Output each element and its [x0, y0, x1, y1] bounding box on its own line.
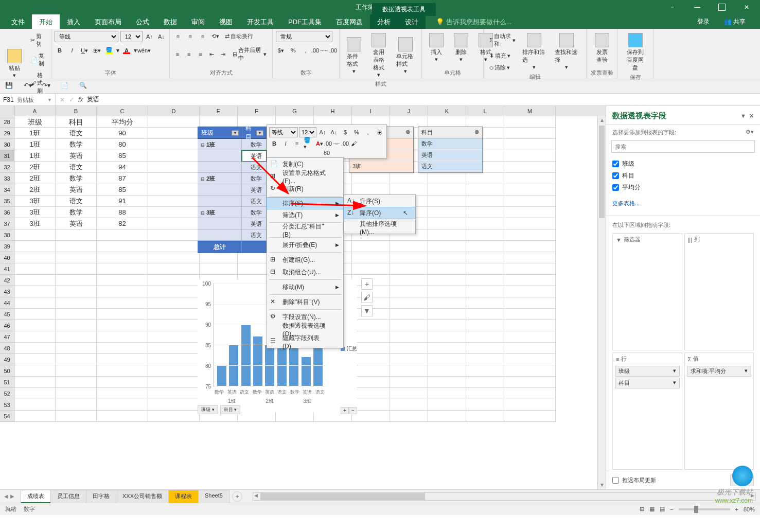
cell[interactable] [504, 377, 556, 388]
bold-button[interactable]: B [55, 45, 65, 56]
cell[interactable] [97, 388, 148, 399]
cell[interactable] [14, 252, 56, 263]
cell[interactable] [56, 411, 97, 422]
cell[interactable] [466, 286, 504, 297]
cell[interactable] [504, 207, 556, 218]
row-header[interactable]: 33 [0, 173, 14, 184]
field-checkbox[interactable] [612, 172, 619, 179]
fx-icon[interactable]: fx [78, 96, 83, 103]
cell[interactable] [504, 150, 556, 162]
insert-cells-button[interactable]: 插入▾ [425, 31, 448, 65]
cell[interactable] [504, 411, 556, 422]
cell[interactable] [97, 343, 148, 354]
tell-me[interactable]: 💡 告诉我您想要做什么... [436, 14, 511, 29]
cell[interactable] [428, 263, 466, 275]
ctx-filter[interactable]: 筛选(T)▶ [267, 209, 343, 221]
pivot-row-item[interactable]: 英语 [242, 218, 267, 229]
cell[interactable] [352, 399, 390, 411]
col-header[interactable]: E [200, 106, 238, 116]
cell[interactable] [504, 331, 556, 343]
cell[interactable] [390, 377, 428, 388]
sheet-tab[interactable]: 田字格 [86, 490, 116, 503]
cell[interactable] [390, 365, 428, 377]
sort-descending[interactable]: Z↓降序(O)↖ [344, 207, 416, 219]
pivot-fields-pane[interactable]: 数据透视表字段 ▼✕ 选择要添加到报表的字段:⚙▾ 班级科目平均分 更多表格..… [606, 106, 760, 489]
worksheet-area[interactable]: ABCDEFGHIJKLM 28293031323334353637383940… [0, 106, 606, 489]
row-header[interactable]: 38 [0, 229, 14, 241]
pivot-row-item[interactable]: 数学 [242, 173, 267, 184]
cell[interactable] [200, 252, 238, 263]
col-header[interactable]: A [14, 106, 56, 116]
cell[interactable] [14, 411, 56, 422]
cell[interactable] [428, 207, 466, 218]
cell[interactable]: 数学 [56, 139, 97, 150]
cell[interactable] [14, 365, 56, 377]
chart-field-button[interactable]: 科目 ▾ [220, 405, 241, 414]
cell[interactable] [466, 184, 504, 196]
zoom-out-icon[interactable]: − [670, 506, 673, 512]
cell[interactable] [390, 411, 428, 422]
cell[interactable] [466, 388, 504, 399]
cell[interactable]: 91 [97, 196, 148, 207]
cell[interactable] [148, 162, 200, 173]
row-header[interactable]: 30 [0, 139, 14, 150]
cell[interactable] [504, 399, 556, 411]
cell[interactable] [466, 309, 504, 320]
ctx-subtotal[interactable]: 分类汇总"科目"(B) [267, 224, 343, 236]
cell[interactable] [390, 275, 428, 286]
pivot-row-item[interactable]: 英语 [242, 184, 267, 196]
cell[interactable] [504, 218, 556, 229]
slicer-item[interactable]: 数学 [418, 138, 482, 150]
pane-close-icon[interactable]: ✕ [749, 113, 754, 119]
mini-bold-icon[interactable]: B [269, 138, 279, 149]
tab-home[interactable]: 开始 [32, 14, 60, 29]
cell[interactable] [148, 320, 200, 331]
accounting-format-icon[interactable]: $▾ [276, 45, 286, 56]
cell[interactable] [56, 229, 97, 241]
mini-currency-icon[interactable]: $ [340, 127, 350, 137]
merge-center-button[interactable]: ⊟ 合并后居中▾ [230, 45, 269, 63]
wrap-text-button[interactable]: ⇄ 自动换行 [222, 31, 256, 42]
area-filters[interactable]: ▼筛选器 [612, 233, 682, 350]
cell[interactable] [97, 411, 148, 422]
cell[interactable] [14, 320, 56, 331]
sheet-nav-last-icon[interactable]: ▶ [10, 493, 14, 499]
cell[interactable] [352, 184, 390, 196]
col-header[interactable]: F [238, 106, 276, 116]
share-button[interactable]: 👥 共享 [717, 14, 753, 29]
col-header[interactable]: K [428, 106, 466, 116]
cell[interactable] [390, 252, 428, 263]
chart-bar[interactable] [241, 325, 251, 386]
area-values[interactable]: Σ值求和项:平均分▾ [684, 352, 754, 470]
ribbon-options-icon[interactable]: ▫ [663, 2, 682, 13]
row-header[interactable]: 42 [0, 275, 14, 286]
slicer-item[interactable]: 3班 [349, 161, 413, 172]
cell[interactable] [428, 388, 466, 399]
align-right-icon[interactable]: ≡ [196, 49, 205, 59]
zoom-in-icon[interactable]: + [735, 506, 738, 512]
cell[interactable] [97, 331, 148, 343]
cell[interactable] [466, 173, 504, 184]
tab-analyze[interactable]: 分析 [370, 14, 398, 29]
zoom-thumb[interactable] [694, 506, 698, 513]
cell[interactable] [428, 241, 466, 252]
cell[interactable] [14, 331, 56, 343]
cell[interactable] [504, 128, 556, 139]
cell[interactable] [466, 116, 504, 128]
tab-formulas[interactable]: 公式 [129, 14, 156, 29]
sheet-tab[interactable]: 员工信息 [50, 490, 86, 503]
orientation-icon[interactable]: ⟲▾ [210, 31, 220, 42]
cell[interactable] [56, 320, 97, 331]
cell[interactable] [352, 252, 390, 263]
defer-update-checkbox[interactable] [612, 477, 619, 484]
tab-view[interactable]: 视图 [212, 14, 240, 29]
row-header[interactable]: 39 [0, 241, 14, 252]
increase-decimal-icon[interactable]: .00→ [313, 45, 323, 56]
pivot-row-group[interactable] [198, 218, 242, 229]
cell[interactable] [466, 331, 504, 343]
cell[interactable] [148, 263, 200, 275]
cell[interactable] [148, 196, 200, 207]
cell[interactable] [504, 229, 556, 241]
cell[interactable] [56, 241, 97, 252]
cell[interactable] [352, 320, 390, 331]
